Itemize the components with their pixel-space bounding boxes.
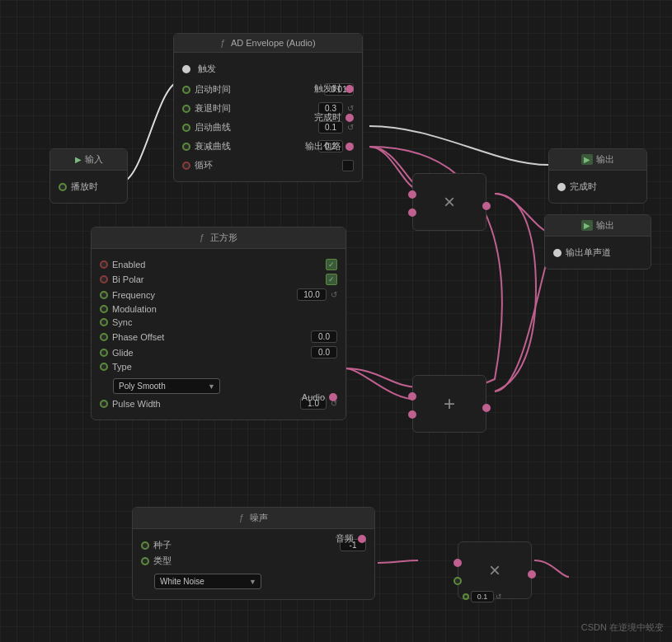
output-node-1: ▶ 输出 完成时 [548,148,647,204]
output1-complete-socket[interactable] [557,183,566,191]
trigger-input-socket[interactable] [182,65,190,73]
enabled-checkbox[interactable]: ✓ [326,259,337,270]
decay-curve-socket[interactable] [182,143,190,151]
complete-out-label: 完成时 [314,111,341,124]
multiply-in-1[interactable] [408,190,416,199]
audio-out-label: Audio [302,392,325,402]
enabled-socket[interactable] [100,260,108,269]
input-icon: ▶ [75,155,82,164]
multiply2-value-socket[interactable] [463,593,469,600]
output1-complete-label: 完成时 [570,180,597,193]
decay-time-label: 衰退时间 [195,102,314,115]
input-node: ▶ 输入 播放时 [49,148,128,204]
loop-label: 循环 [195,159,338,171]
pulse-width-label: Pulse Width [112,399,296,409]
noise-audio-out-label: 音频 [336,532,354,545]
audio-out-socket[interactable] [329,393,337,401]
enabled-label: Enabled [112,260,322,269]
envelope-out-label: 输出包络 [305,140,341,152]
multiply2-reset[interactable]: ↺ [496,593,502,601]
output2-title: 输出 [596,219,614,232]
sync-socket[interactable] [100,318,108,326]
frequency-input[interactable] [297,288,327,301]
trigger-out-socket[interactable] [345,85,354,93]
multiply-node: × [412,173,486,231]
bipolar-socket[interactable] [100,275,108,284]
envelope-out-socket[interactable] [345,143,354,151]
multiply2-value-input[interactable] [471,591,494,602]
decay-curve-label: 衰减曲线 [195,140,314,152]
multiply-in-2[interactable] [408,209,416,217]
add-in-2[interactable] [408,410,416,419]
frequency-socket[interactable] [100,291,108,299]
ad-envelope-title: AD Envelope (Audio) [231,38,316,48]
bipolar-checkbox[interactable]: ✓ [326,274,337,285]
add-node: + [412,375,486,433]
output-node-2: ▶ 输出 输出单声道 [544,214,651,269]
pulse-width-socket[interactable] [100,400,108,408]
output1-icon: ▶ [581,154,593,165]
multiply2-in-1[interactable] [453,559,462,567]
square-wave-node: ƒ 正方形 Enabled ✓ Bi Polar ✓ Frequency ↺ M… [91,227,346,420]
multiply-out[interactable] [482,202,491,210]
modulation-socket[interactable] [100,305,108,313]
add-in-1[interactable] [408,392,416,401]
attack-curve-label: 启动曲线 [195,121,314,134]
noise-type-select[interactable]: White Noise [154,574,261,589]
noise-title: 噪声 [250,513,268,523]
loop-socket[interactable] [182,162,190,170]
square-func-symbol: ƒ [200,232,204,242]
input-node-header: ▶ 输入 [50,149,127,171]
phase-offset-label: Phase Offset [112,332,307,342]
multiply-node-2: × ↺ [458,541,532,599]
glide-label: Glide [112,348,307,358]
frequency-reset[interactable]: ↺ [331,290,337,299]
square-wave-header: ƒ 正方形 [92,227,345,249]
frequency-label: Frequency [112,290,293,300]
phase-offset-socket[interactable] [100,333,108,341]
noise-audio-out-socket[interactable] [358,535,366,543]
watermark: CSDN 在逆境中蜕变 [581,621,664,634]
attack-curve-socket[interactable] [182,124,190,132]
input-play-socket[interactable] [59,183,67,191]
multiply2-right-socket [528,567,536,582]
noise-type-socket[interactable] [141,557,149,565]
multiply2-out[interactable] [528,570,536,579]
output2-mono-socket[interactable] [553,249,562,257]
noise-type-label: 类型 [153,555,172,567]
attack-time-socket[interactable] [182,86,190,94]
ad-envelope-header: ƒ AD Envelope (Audio) [174,34,362,53]
add-right-socket [482,401,491,415]
multiply-symbol: × [444,190,455,213]
type-select[interactable]: Poly Smooth [113,378,220,394]
ad-envelope-node: ƒ AD Envelope (Audio) 触发 启动时间 衰退时间 ↺ 启动曲… [173,33,363,182]
sync-label: Sync [112,317,132,327]
glide-socket[interactable] [100,349,108,357]
multiply-right-socket [482,199,491,213]
output1-header: ▶ 输出 [549,149,646,171]
input-node-title: 输入 [85,153,103,166]
add-symbol: + [444,392,455,415]
seed-socket[interactable] [141,541,149,550]
multiply2-in-2[interactable] [453,577,462,585]
multiply-left-sockets [408,190,416,217]
add-out[interactable] [482,404,491,412]
type-socket[interactable] [100,363,108,371]
multiply2-symbol: × [489,559,500,582]
add-left-sockets [408,392,416,419]
glide-input[interactable] [311,346,337,358]
seed-label: 种子 [153,539,336,551]
noise-func-symbol: ƒ [239,513,244,523]
type-label: Type [112,362,132,372]
decay-time-socket[interactable] [182,105,190,113]
trigger-label: 触发 [198,63,216,75]
phase-offset-input[interactable] [311,330,337,343]
bipolar-label: Bi Polar [112,274,322,284]
loop-checkbox[interactable] [342,160,354,171]
modulation-label: Modulation [112,304,157,314]
func-symbol: ƒ [220,38,225,48]
complete-out-socket[interactable] [345,114,354,122]
output2-header: ▶ 输出 [545,215,651,237]
square-wave-title: 正方形 [210,232,237,242]
output2-icon: ▶ [581,220,593,231]
